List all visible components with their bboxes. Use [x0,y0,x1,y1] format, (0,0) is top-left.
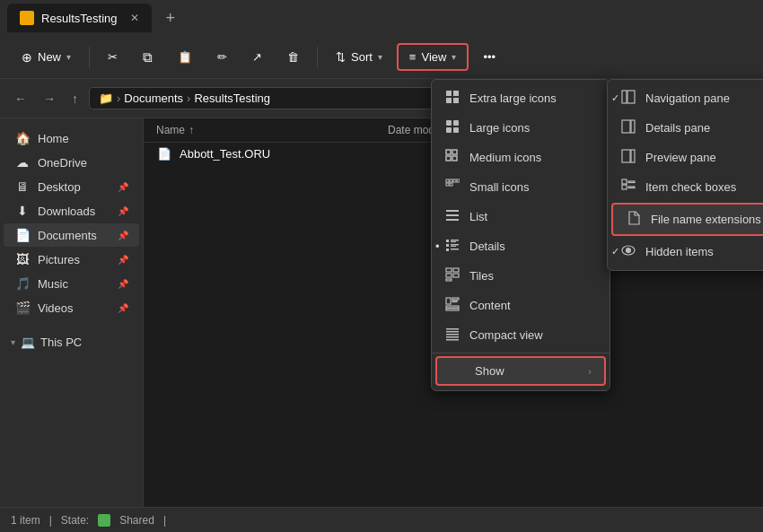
rename-icon: ✏ [217,50,227,64]
active-tab[interactable]: ResultsTesting ✕ [7,4,152,32]
videos-pin-icon: 📌 [118,303,128,313]
breadcrumb-documents[interactable]: Documents [124,92,183,105]
copy-button[interactable]: ⧉ [132,44,163,71]
desktop-icon: 🖥 [14,179,31,194]
col-size-header[interactable]: Size [679,124,750,136]
nav-bar: ← → ↑ 📁 › Documents › ResultsTesting ∨ [0,79,763,118]
expand-button[interactable]: ∨ [735,89,754,109]
sidebar-home-label: Home [38,132,69,145]
sidebar: 🏠 Home ☁ OneDrive 🖥 Desktop 📌 ⬇ Download… [0,118,144,507]
col-type-header[interactable]: Type [560,124,668,136]
thispc-icon: 💻 [21,336,35,349]
tab-title: ResultsTesting [41,12,118,25]
toolbar: ⊕ New ▾ ✂ ⧉ 📋 ✏ ↗ 🗑 ⇅ Sort ▾ ≡ View ▾ ••… [0,36,763,79]
documents-icon: 📄 [14,228,31,242]
col-sort-icon: ↑ [189,124,194,136]
toolbar-divider-2 [317,47,318,68]
sidebar-item-home[interactable]: 🏠 Home [4,126,139,150]
sidebar-documents-label: Documents [38,229,97,242]
cut-icon: ✂ [108,50,118,64]
pin-icon: 📌 [118,182,128,192]
col-name-label: Name [156,124,185,136]
file-type-cell: ORU Document [560,148,668,161]
file-size-cell: 86 KB [679,148,750,161]
sidebar-pictures-label: Pictures [38,253,80,266]
up-button[interactable]: ↑ [66,88,83,109]
breadcrumb-current[interactable]: ResultsTesting [194,92,270,105]
status-bar: 1 item | State: Shared | [0,507,763,532]
status-separator-2: | [163,514,166,527]
home-icon: 🏠 [14,131,31,145]
breadcrumb-folder-icon: 📁 [99,92,113,105]
col-date-header[interactable]: Date modified [388,124,549,136]
sidebar-item-desktop[interactable]: 🖥 Desktop 📌 [4,175,139,198]
sidebar-onedrive-label: OneDrive [38,156,87,170]
col-size-label: Size [679,124,699,136]
sidebar-thispc-label: This PC [40,336,82,349]
onedrive-icon: ☁ [14,155,31,170]
state-value: Shared [119,514,154,527]
view-icon: ≡ [409,50,417,64]
sidebar-item-videos[interactable]: 🎬 Videos 📌 [4,296,139,319]
view-button[interactable]: ≡ View ▾ [397,43,469,71]
sidebar-item-pictures[interactable]: 🖼 Pictures 📌 [4,248,139,271]
cut-button[interactable]: ✂ [97,45,128,69]
documents-pin-icon: 📌 [118,231,128,240]
sidebar-item-music[interactable]: 🎵 Music 📌 [4,272,139,295]
new-tab-button[interactable]: + [159,7,183,30]
copy-icon: ⧉ [143,49,153,65]
delete-button[interactable]: 🗑 [276,45,310,69]
sidebar-music-label: Music [38,277,68,291]
forward-button[interactable]: → [38,88,61,109]
state-label: State: [61,514,89,527]
sort-label: Sort [351,50,373,64]
paste-button[interactable]: 📋 [167,45,203,69]
view-label: View [421,50,446,64]
breadcrumb[interactable]: 📁 › Documents › ResultsTesting [89,87,730,109]
file-name-cell: 📄 Abbott_Test.ORU [156,147,377,161]
sidebar-item-downloads[interactable]: ⬇ Downloads 📌 [4,199,139,222]
videos-icon: 🎬 [14,301,31,315]
file-list-header: Name ↑ Date modified Type Size [144,118,763,143]
sidebar-thispc-group[interactable]: ▾ 💻 This PC [0,331,143,353]
thispc-expand-icon: ▾ [11,337,15,347]
sort-button[interactable]: ⇅ Sort ▾ [325,45,393,69]
sidebar-downloads-label: Downloads [38,205,95,218]
toolbar-divider-1 [89,47,90,68]
paste-icon: 📋 [178,50,192,64]
tab-folder-icon [20,11,34,25]
more-button[interactable]: ••• [472,45,506,69]
share-button[interactable]: ↗ [241,45,273,69]
sidebar-videos-label: Videos [38,301,74,315]
sidebar-desktop-label: Desktop [38,180,81,194]
new-label: New [38,50,61,64]
music-icon: 🎵 [14,276,31,291]
file-size-value: 86 KB [721,148,750,161]
file-name-label: Abbott_Test.ORU [180,147,270,161]
breadcrumb-separator-1: › [117,92,120,105]
sidebar-item-documents[interactable]: 📄 Documents 📌 [4,223,139,247]
file-type-value: ORU Document [560,148,636,161]
pictures-pin-icon: 📌 [118,255,128,265]
col-name-header[interactable]: Name ↑ [156,124,377,136]
status-separator-1: | [49,514,52,527]
view-chevron-icon: ▾ [452,52,456,62]
col-date-label: Date modified [388,124,454,136]
item-count: 1 item [11,514,40,527]
share-icon: ↗ [252,50,262,64]
delete-icon: 🗑 [287,50,299,64]
downloads-icon: ⬇ [14,204,31,218]
breadcrumb-separator-2: › [187,92,190,105]
col-type-label: Type [560,124,583,136]
table-row[interactable]: 📄 Abbott_Test.ORU ORU Document 86 KB [144,143,763,165]
rename-button[interactable]: ✏ [206,45,238,69]
sidebar-item-onedrive[interactable]: ☁ OneDrive [4,151,139,174]
more-icon: ••• [483,50,496,64]
file-area: Name ↑ Date modified Type Size 📄 Abbott_… [144,118,763,507]
new-icon: ⊕ [22,50,32,65]
new-button[interactable]: ⊕ New ▾ [11,45,82,70]
new-chevron-icon: ▾ [66,52,71,62]
sort-icon: ⇅ [336,50,346,64]
back-button[interactable]: ← [9,88,32,109]
tab-close-button[interactable]: ✕ [130,12,139,24]
